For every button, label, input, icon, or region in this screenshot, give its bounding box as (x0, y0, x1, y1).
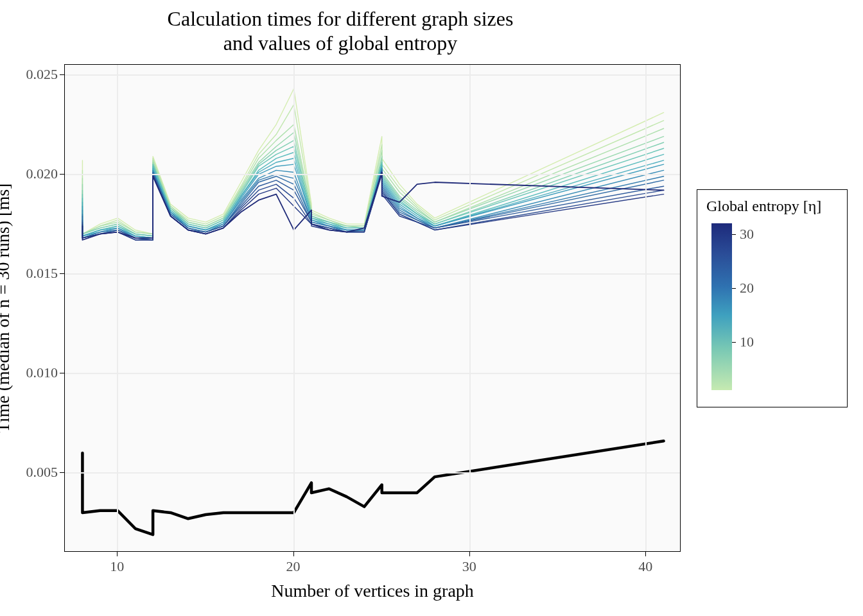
chart-title: Calculation times for different graph si… (0, 6, 681, 56)
y-tick-label: 0.020 (26, 166, 58, 182)
y-tick (60, 273, 64, 274)
y-tick-label: 0.015 (26, 265, 58, 282)
y-tick (60, 373, 64, 373)
grid-vertical (469, 65, 471, 551)
grid-horizontal (65, 373, 680, 374)
chart-title-line2: and values of global entropy (223, 31, 457, 55)
x-tick-label: 10 (110, 558, 124, 575)
x-tick (645, 552, 646, 556)
y-tick (60, 174, 64, 175)
grid-horizontal (65, 472, 680, 474)
x-tick (469, 552, 470, 556)
lines-svg (65, 65, 681, 552)
y-tick (60, 472, 64, 473)
plot-area (64, 64, 681, 552)
grid-horizontal (65, 74, 680, 76)
series-line (82, 152, 663, 237)
x-tick-label: 30 (462, 558, 476, 575)
legend-colorbar (711, 223, 732, 390)
legend-tick (732, 234, 736, 235)
y-tick (60, 74, 64, 75)
legend-tick-label: 10 (740, 334, 754, 350)
chart-title-line1: Calculation times for different graph si… (168, 7, 514, 30)
chart-container: Calculation times for different graph si… (0, 0, 863, 616)
grid-horizontal (65, 273, 680, 275)
series-line (82, 441, 663, 535)
legend-tick-label: 30 (740, 226, 754, 243)
legend-title: Global entropy [η] (706, 198, 838, 215)
y-tick-label: 0.010 (26, 364, 58, 381)
legend: Global entropy [η] 102030 (697, 189, 848, 407)
grid-vertical (645, 65, 647, 551)
legend-tick-label: 20 (740, 280, 754, 296)
grid-vertical (293, 65, 295, 551)
x-axis-title: Number of vertices in graph (64, 581, 681, 601)
legend-tick (732, 342, 736, 343)
y-tick-label: 0.025 (26, 66, 58, 83)
grid-vertical (117, 65, 118, 551)
x-tick-label: 40 (638, 558, 652, 575)
x-tick-label: 20 (286, 558, 301, 575)
x-tick (293, 552, 294, 556)
legend-tick (732, 288, 736, 289)
y-tick-label: 0.005 (26, 464, 58, 481)
grid-horizontal (65, 174, 680, 175)
y-axis-title: Time (median of n = 30 runs) [ms] (0, 64, 13, 552)
x-tick (117, 552, 118, 556)
